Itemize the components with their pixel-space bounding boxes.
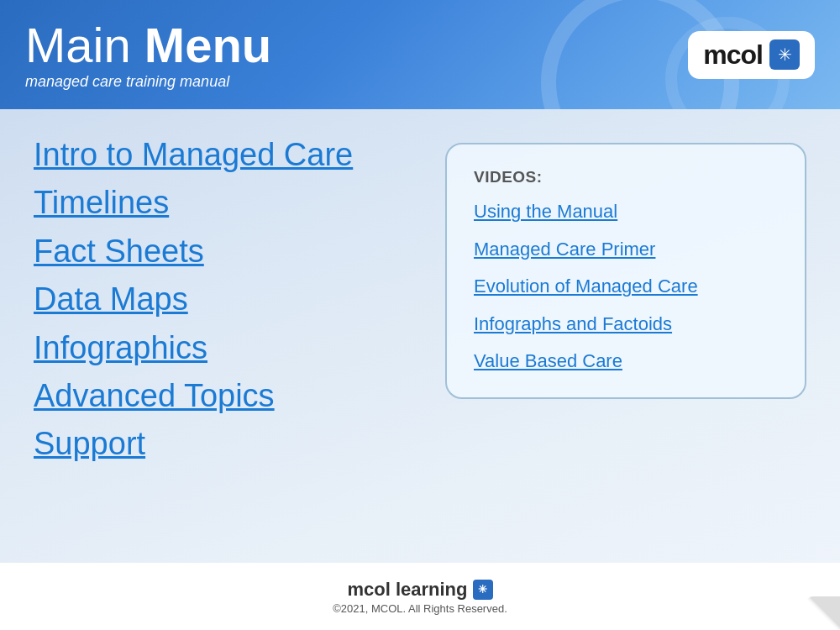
videos-panel: VIDEOS: Using the Manual Managed Care Pr… xyxy=(445,143,806,399)
main-title: Main Menu xyxy=(25,18,271,72)
video-link-managed-care-primer[interactable]: Managed Care Primer xyxy=(474,238,778,262)
footer-snowflake-icon: ✳ xyxy=(473,580,493,600)
logo-snowflake-icon: ✳ xyxy=(769,39,800,70)
nav-link-data-maps[interactable]: Data Maps xyxy=(34,279,420,320)
nav-link-intro[interactable]: Intro to Managed Care xyxy=(34,134,420,176)
footer: mcol learning ✳ ©2021, MCOL. All Rights … xyxy=(0,563,840,630)
main-content: Intro to Managed Care Timelines Fact She… xyxy=(0,109,840,563)
footer-brand: mcol learning ✳ xyxy=(347,579,492,601)
footer-brand-text: mcol learning xyxy=(347,579,467,601)
nav-link-timelines[interactable]: Timelines xyxy=(34,182,420,223)
video-link-using-manual[interactable]: Using the Manual xyxy=(474,200,778,224)
header: Main Menu managed care training manual m… xyxy=(0,0,840,109)
title-block: Main Menu managed care training manual xyxy=(25,18,271,92)
videos-label: VIDEOS: xyxy=(474,168,778,186)
left-nav: Intro to Managed Care Timelines Fact She… xyxy=(34,134,420,538)
video-link-value-based-care[interactable]: Value Based Care xyxy=(474,349,778,374)
nav-link-support[interactable]: Support xyxy=(34,423,420,465)
logo-text: mcol xyxy=(703,39,763,71)
nav-link-fact-sheets[interactable]: Fact Sheets xyxy=(34,231,420,272)
nav-link-advanced-topics[interactable]: Advanced Topics xyxy=(34,375,420,417)
video-link-infographs[interactable]: Infographs and Factoids xyxy=(474,312,778,337)
subtitle: managed care training manual xyxy=(25,73,271,91)
nav-link-infographics[interactable]: Infographics xyxy=(34,328,420,369)
video-link-evolution[interactable]: Evolution of Managed Care xyxy=(474,275,778,299)
logo: mcol ✳ xyxy=(688,31,815,79)
footer-copyright: ©2021, MCOL. All Rights Reserved. xyxy=(333,602,507,615)
